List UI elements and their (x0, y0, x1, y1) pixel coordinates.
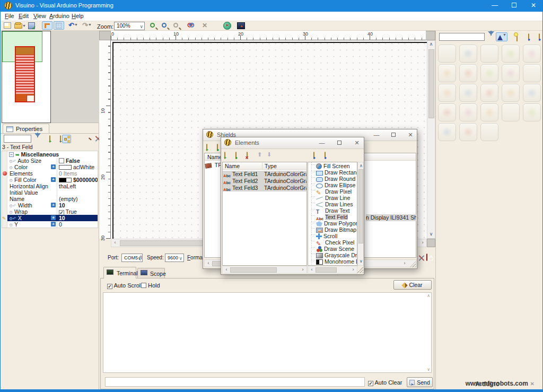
shields-close-button[interactable]: ✕ (402, 129, 418, 141)
tree-item-monochrome-draw[interactable]: Monohrome Draw (308, 258, 357, 265)
insert-element-button[interactable]: ● (235, 152, 237, 159)
clear-button[interactable]: Clear (393, 280, 432, 290)
scroll-up-arrow[interactable]: ∧ (357, 162, 365, 170)
expand-property-button[interactable]: + (51, 177, 56, 182)
toolbox-category-button[interactable] (523, 103, 541, 121)
expand-categories-button[interactable]: ● (528, 33, 529, 41)
name-column-header[interactable]: Name (225, 163, 240, 169)
expand-tree-button[interactable]: ● (313, 152, 314, 159)
collapse-categories-button[interactable]: ● (539, 33, 540, 41)
tab-properties[interactable]: Properties (3, 124, 49, 134)
toolbox-category-button[interactable] (459, 123, 477, 141)
shields-insert-button[interactable]: ● (217, 144, 218, 151)
auto-clear-checkbox[interactable]: ✓ (368, 381, 373, 386)
new-project-button[interactable] (4, 22, 11, 31)
undo-dropdown-arrow-icon[interactable]: ▼ (74, 23, 78, 27)
send-input[interactable] (105, 377, 365, 387)
hold-option[interactable]: Hold (141, 282, 160, 289)
auto-scroll-checkbox[interactable]: ✓ (107, 284, 112, 289)
delete-element-button[interactable]: ✕ (247, 152, 248, 159)
property-row-wrap[interactable]: ⚙ Wrap ✓ True (2, 208, 98, 215)
serial-power-button[interactable] (426, 254, 427, 261)
scrollbar-thumb[interactable] (316, 267, 337, 273)
project-overview-thumbnail[interactable] (2, 31, 51, 123)
resize-grip[interactable] (357, 267, 363, 273)
collapse-all-button[interactable]: − (60, 135, 61, 143)
shields-selected-description[interactable]: n Display ILI9341 Shield (366, 214, 416, 221)
elements-close-button[interactable]: ✕ (349, 137, 365, 149)
tab-terminal[interactable]: Terminal (103, 267, 136, 278)
canvas-v-scrollbar[interactable]: ∧ ∨ (427, 40, 435, 239)
menu-view[interactable]: View (31, 13, 48, 19)
scroll-down-arrow[interactable]: ∨ (427, 231, 435, 238)
elements-dialog-titlebar[interactable]: Elements — ✕ (221, 137, 364, 149)
tree-item-draw-round-rect[interactable]: Draw Round Rec (308, 176, 357, 182)
toolbox-category-button[interactable] (480, 84, 498, 102)
collapse-tree-button[interactable]: ● (325, 152, 326, 159)
wizard-filter-button[interactable]: ▼ (496, 32, 507, 41)
tab-scope[interactable]: Scope (137, 268, 165, 278)
port-select[interactable]: COM5 (l∨ (121, 254, 143, 262)
element-row[interactable]: AbcText Feld1 TArduinoColorGraphic. (223, 171, 306, 178)
save-project-button[interactable] (28, 22, 35, 31)
element-types-tree[interactable]: Fill Screen Draw Rectangle Draw Round Re… (308, 162, 357, 266)
tree-item-draw-text[interactable]: Draw Text (308, 207, 357, 214)
toolbox-category-button[interactable] (438, 103, 456, 121)
elements-list-h-scrollbar[interactable]: ‹ › (222, 266, 307, 274)
tree-item-draw-polygon[interactable]: Draw Polygon (308, 220, 357, 227)
tree-item-draw-scene[interactable]: Draw Scene (308, 246, 357, 252)
tree-item-draw-bitmap[interactable]: Draw Bitmap (308, 227, 357, 233)
toolbox-filter-funnel-icon[interactable] (488, 31, 494, 41)
expand-property-button[interactable]: + (51, 164, 56, 169)
auto-clear-option[interactable]: ✓ Auto Clear (368, 379, 402, 386)
elements-maximize-button[interactable] (331, 137, 347, 149)
grid-toggle[interactable] (54, 21, 64, 30)
scrollbar-thumb[interactable] (358, 169, 363, 243)
delete-button[interactable]: ✕ (202, 22, 207, 30)
property-row-initial-value[interactable]: Initial Value (2, 189, 98, 196)
route-wires-toggle[interactable] (42, 21, 52, 30)
resize-grip[interactable] (409, 261, 416, 267)
toolbox-category-button[interactable] (459, 64, 477, 82)
scrollbar-thumb[interactable] (428, 49, 434, 118)
scroll-left-arrow[interactable]: ‹ (223, 266, 230, 274)
property-row-x-selected[interactable]: ✎ ⚙↶ X + 10 (2, 215, 98, 221)
menu-arduino[interactable]: Arduino (47, 13, 72, 19)
zoom-in-button[interactable] (150, 22, 155, 31)
zoom-select[interactable]: 100%∨ (114, 22, 145, 30)
type-column-header[interactable]: Type (262, 163, 277, 169)
minimize-button[interactable]: — (486, 0, 504, 12)
property-row-fill-color[interactable]: ⚙ Fill Color + $00000000 (2, 177, 98, 183)
scroll-left-arrow[interactable]: ‹ (205, 260, 212, 267)
scroll-right-arrow[interactable]: › (299, 266, 306, 274)
compile-button[interactable] (223, 22, 231, 30)
filter-funnel-icon[interactable] (34, 133, 41, 143)
property-row-color[interactable]: ⚙ Color + aclWhite (2, 164, 98, 170)
refresh-button[interactable]: ⟳⟲ (187, 21, 194, 30)
menu-edit[interactable]: Edit (16, 13, 31, 19)
move-down-button[interactable]: ⬇ (267, 151, 272, 158)
auto-scroll-option[interactable]: ✓ Auto Scroll (107, 282, 142, 289)
toolbox-category-button[interactable] (459, 45, 477, 63)
toolbox-category-button[interactable] (480, 123, 498, 141)
scroll-up-arrow[interactable]: ∧ (427, 41, 435, 48)
expand-property-button[interactable]: + (51, 215, 56, 220)
folder-bulb-icon[interactable] (516, 34, 518, 41)
property-category-row[interactable]: − ➥ Miscellaneous (2, 151, 98, 158)
scroll-right-arrow[interactable]: › (419, 239, 426, 247)
terminal-output[interactable]: ∧ ∨ (103, 292, 432, 373)
toolbox-category-button[interactable] (438, 45, 456, 63)
tree-item-check-pixel[interactable]: Check Pixel (308, 239, 357, 246)
tree-item-grayscale-draw[interactable]: Grayscale Draw S (308, 252, 357, 258)
property-row-auto-size[interactable]: ⚙↶ Auto Size False (2, 158, 98, 164)
undo-button[interactable]: ↶▼ (68, 21, 78, 30)
tree-item-draw-rectangle[interactable]: Draw Rectangle (308, 169, 357, 176)
tree-h-scrollbar[interactable]: ‹ › (308, 266, 357, 274)
output-scroll-up-arrow[interactable]: ∧ (427, 293, 430, 298)
scrollbar-thumb[interactable] (230, 267, 277, 273)
toolbox-category-button[interactable] (480, 45, 498, 63)
redo-dropdown-arrow-icon[interactable]: ▼ (88, 23, 92, 27)
toolbox-category-button[interactable] (438, 123, 456, 141)
toolbox-category-button[interactable] (459, 103, 477, 121)
scroll-left-arrow[interactable]: ‹ (308, 266, 316, 274)
